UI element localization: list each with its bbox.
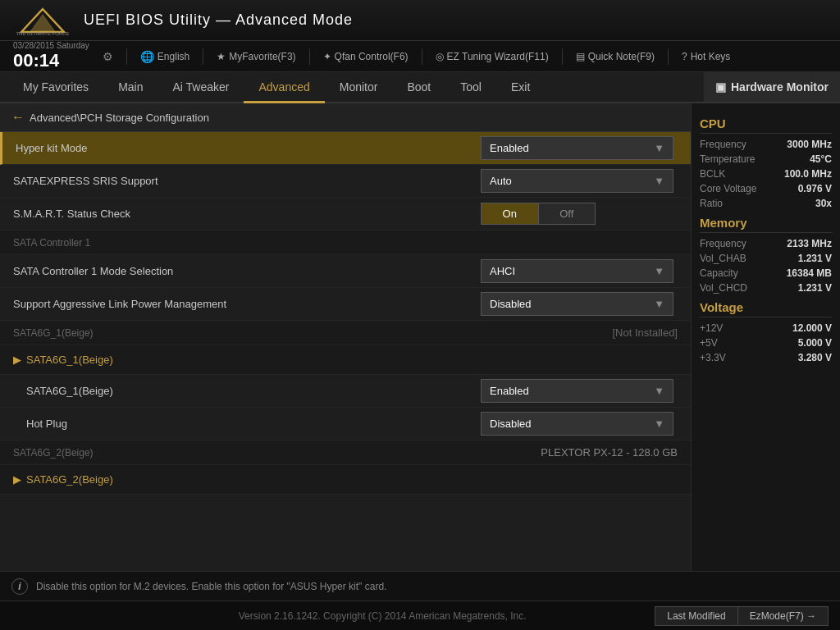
nav-tabs: My Favorites Main Ai Tweaker Advanced Mo…: [0, 72, 840, 103]
last-modified-button[interactable]: Last Modified: [655, 606, 737, 626]
sataexpress-label: SATAEXPRESS SRIS Support: [13, 175, 481, 187]
settings-list: Hyper kit Mode Enabled ▼ SATAEXPRESS SRI…: [0, 132, 691, 571]
separator4: [422, 48, 422, 65]
cpu-bclk-value: 100.0 MHz: [784, 168, 832, 180]
toggle-on-button[interactable]: On: [482, 203, 539, 224]
tab-ai-tweaker[interactable]: Ai Tweaker: [158, 72, 244, 103]
my-favorite-item[interactable]: ★ MyFavorite(F3): [212, 49, 300, 64]
mem-volchab-label: Vol_CHAB: [700, 253, 746, 264]
app-title: UEFI BIOS Utility — Advanced Mode: [84, 11, 353, 29]
separator3: [309, 48, 310, 65]
quicknote-label: Quick Note(F9): [588, 51, 655, 62]
cpu-temp-row: Temperature 45°C: [700, 153, 832, 165]
sata6g-2-device: PLEXTOR PX-12 - 128.0 GB: [541, 446, 678, 459]
sata6g-1-expand-label: SATA6G_1(Beige): [26, 354, 113, 366]
volt-33v-value: 3.280 V: [798, 352, 832, 363]
eztuning-label: EZ Tuning Wizard(F11): [447, 51, 549, 62]
smart-label: S.M.A.R.T. Status Check: [13, 208, 481, 220]
info-bar: i Disable this option for M.2 devices. E…: [0, 571, 840, 600]
sataexpress-dropdown[interactable]: Auto ▼: [481, 169, 673, 193]
tab-exit[interactable]: Exit: [496, 72, 545, 103]
sata6g-1-enabled-dropdown[interactable]: Enabled ▼: [481, 379, 673, 403]
hyper-kit-value: Enabled ▼: [481, 136, 678, 160]
breadcrumb-path: Advanced\PCH Storage Configuration: [30, 112, 209, 124]
tab-boot[interactable]: Boot: [392, 72, 445, 103]
my-favorite-label: MyFavorite(F3): [229, 51, 295, 62]
cpu-bclk-label: BCLK: [700, 168, 725, 180]
sata6g-1-info-row: SATA6G_1(Beige) [Not Installed]: [0, 321, 691, 345]
hot-plug-dropdown[interactable]: Disabled ▼: [481, 412, 673, 436]
language-item[interactable]: 🌐 English: [135, 48, 194, 65]
hotkeys-item[interactable]: ? Hot Keys: [677, 49, 735, 64]
mem-capacity-row: Capacity 16384 MB: [700, 267, 832, 279]
main-area: ← Advanced\PCH Storage Configuration Hyp…: [0, 103, 840, 571]
mem-capacity-value: 16384 MB: [787, 267, 832, 279]
smart-toggle[interactable]: On Off: [481, 203, 596, 225]
sataexpress-value: Auto ▼: [481, 169, 678, 193]
eztuning-item[interactable]: ◎ EZ Tuning Wizard(F11): [431, 49, 554, 64]
footer-version: Version 2.16.1242. Copyright (C) 2014 Am…: [110, 610, 655, 622]
aggressive-link-value: Disabled ▼: [481, 292, 678, 316]
cpu-ratio-label: Ratio: [700, 198, 723, 209]
tab-main[interactable]: Main: [103, 72, 158, 103]
fan-icon: ✦: [323, 51, 331, 62]
sata-ctrl-mode-label: SATA Controller 1 Mode Selection: [13, 265, 481, 277]
separator6: [668, 48, 669, 65]
volt-5v-label: +5V: [700, 337, 718, 349]
hw-monitor-tab[interactable]: ▣ Hardware Monitor: [704, 72, 840, 102]
time-display: 00:14: [13, 50, 89, 71]
footer-buttons: Last Modified EzMode(F7) →: [655, 606, 829, 626]
cpu-corevolt-value: 0.976 V: [798, 183, 832, 194]
tab-monitor[interactable]: Monitor: [325, 72, 393, 103]
setting-hot-plug: Hot Plug Disabled ▼: [0, 408, 691, 441]
sata6g-1-enabled-value: Enabled ▼: [481, 379, 678, 403]
sata-ctrl-mode-dropdown[interactable]: AHCI ▼: [481, 259, 673, 283]
voltage-section-title: Voltage: [700, 300, 832, 317]
bulb-icon: ◎: [436, 51, 444, 62]
svg-text:THE ULTIMATE FORCE: THE ULTIMATE FORCE: [16, 31, 69, 35]
cpu-ratio-row: Ratio 30x: [700, 198, 832, 209]
sata6g-1-expand-row[interactable]: ▶ SATA6G_1(Beige): [0, 345, 691, 375]
back-button[interactable]: ←: [11, 110, 25, 125]
separator: [126, 48, 127, 65]
cpu-corevolt-label: Core Voltage: [700, 183, 756, 194]
expand-arrow-icon2: ▶: [13, 473, 21, 486]
cpu-temp-label: Temperature: [700, 153, 755, 165]
toolbar: 03/28/2015 Saturday 00:14 ⚙ 🌐 English ★ …: [0, 41, 840, 72]
hyper-kit-dropdown[interactable]: Enabled ▼: [481, 136, 673, 160]
mem-volchcd-row: Vol_CHCD 1.231 V: [700, 282, 832, 294]
memory-section-title: Memory: [700, 216, 832, 233]
footer: Version 2.16.1242. Copyright (C) 2014 Am…: [0, 600, 840, 630]
note-icon: ▤: [576, 51, 585, 62]
volt-12v-value: 12.000 V: [792, 322, 832, 334]
star-icon: ★: [217, 51, 226, 62]
toggle-off-button[interactable]: Off: [539, 203, 596, 224]
mem-freq-label: Frequency: [700, 238, 746, 249]
info-text: Disable this option for M.2 devices. Ena…: [36, 581, 386, 592]
qfan-item[interactable]: ✦ Qfan Control(F6): [318, 49, 413, 64]
tab-advanced[interactable]: Advanced: [244, 72, 324, 103]
language-label: English: [158, 51, 189, 62]
svg-marker-1: [30, 14, 56, 32]
sata6g-2-expand-row[interactable]: ▶ SATA6G_2(Beige): [0, 465, 691, 495]
cpu-frequency-row: Frequency 3000 MHz: [700, 139, 832, 150]
mem-capacity-label: Capacity: [700, 267, 738, 279]
tab-my-favorites[interactable]: My Favorites: [8, 72, 103, 103]
tab-tool[interactable]: Tool: [445, 72, 496, 103]
volt-12v-label: +12V: [700, 322, 723, 334]
aggressive-link-label: Support Aggressive Link Power Management: [13, 298, 481, 310]
cpu-frequency-label: Frequency: [700, 139, 746, 150]
mem-volchab-value: 1.231 V: [798, 253, 832, 264]
quicknote-item[interactable]: ▤ Quick Note(F9): [571, 49, 660, 64]
setting-sata-ctrl-mode: SATA Controller 1 Mode Selection AHCI ▼: [0, 255, 691, 288]
chevron-down-icon: ▼: [654, 265, 664, 277]
volt-33v-label: +3.3V: [700, 352, 726, 363]
setting-aggressive-link: Support Aggressive Link Power Management…: [0, 288, 691, 321]
cpu-ratio-value: 30x: [815, 198, 832, 209]
sata6g-1-enabled-label: SATA6G_1(Beige): [26, 385, 481, 397]
settings-icon[interactable]: ⚙: [103, 50, 113, 63]
ez-mode-button[interactable]: EzMode(F7) →: [738, 606, 829, 626]
sata6g-2-expand-label: SATA6G_2(Beige): [26, 473, 113, 486]
mem-volchcd-label: Vol_CHCD: [700, 282, 747, 294]
aggressive-link-dropdown[interactable]: Disabled ▼: [481, 292, 673, 316]
